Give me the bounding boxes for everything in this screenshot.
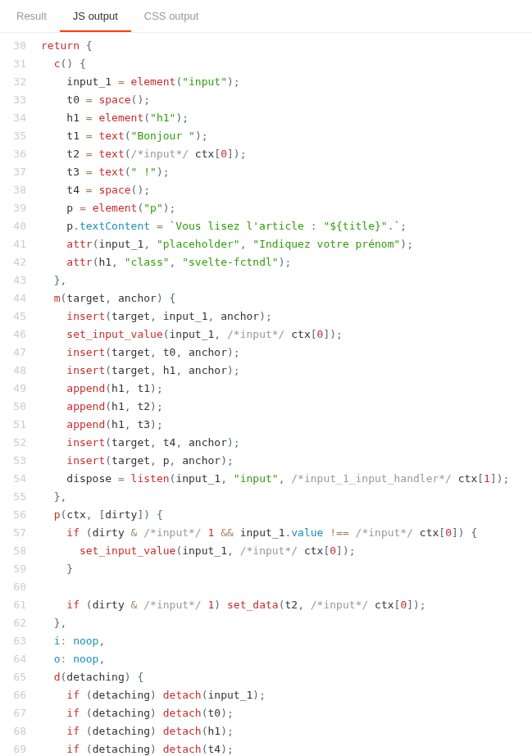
tab-css-output[interactable]: CSS output <box>131 0 212 32</box>
code-line[interactable]: if (detaching) detach(h1); <box>41 722 532 740</box>
code-line[interactable]: insert(target, t4, anchor); <box>41 434 532 452</box>
code-line[interactable]: o: noop, <box>41 650 532 668</box>
line-number: 36 <box>0 145 26 163</box>
code-content[interactable]: return { c() { input_1 = element("input"… <box>41 37 532 756</box>
code-line[interactable]: t3 = text(" !"); <box>41 163 532 181</box>
code-line[interactable]: p = element("p"); <box>41 199 532 217</box>
line-number: 64 <box>0 650 26 668</box>
line-number: 40 <box>0 217 26 235</box>
line-number: 43 <box>0 271 26 289</box>
code-line[interactable]: i: noop, <box>41 632 532 650</box>
line-number: 52 <box>0 434 26 452</box>
line-number: 56 <box>0 506 26 524</box>
line-number: 55 <box>0 488 26 506</box>
code-line[interactable]: input_1 = element("input"); <box>41 73 532 91</box>
line-number: 31 <box>0 55 26 73</box>
tab-result[interactable]: Result <box>3 0 60 32</box>
code-line[interactable]: append(h1, t2); <box>41 398 532 416</box>
line-number: 48 <box>0 362 26 380</box>
code-line[interactable]: d(detaching) { <box>41 668 532 686</box>
line-number: 51 <box>0 416 26 434</box>
line-number: 49 <box>0 380 26 398</box>
code-line[interactable]: append(h1, t3); <box>41 416 532 434</box>
code-line[interactable]: insert(target, t0, anchor); <box>41 344 532 362</box>
line-number: 60 <box>0 578 26 596</box>
line-number: 67 <box>0 704 26 722</box>
line-number: 45 <box>0 307 26 326</box>
line-number: 37 <box>0 163 26 181</box>
code-line[interactable]: h1 = element("h1"); <box>41 109 532 127</box>
code-line[interactable]: attr(input_1, "placeholder", "Indiquez v… <box>41 235 532 253</box>
code-line[interactable]: append(h1, t1); <box>41 380 532 398</box>
code-line[interactable]: p(ctx, [dirty]) { <box>41 506 532 524</box>
line-number: 35 <box>0 127 26 145</box>
line-number: 54 <box>0 470 26 488</box>
line-number: 58 <box>0 542 26 560</box>
code-line[interactable]: insert(target, p, anchor); <box>41 452 532 470</box>
code-line[interactable]: m(target, anchor) { <box>41 289 532 307</box>
code-line[interactable]: t4 = space(); <box>41 181 532 199</box>
code-line[interactable]: return { <box>41 37 532 55</box>
line-number: 59 <box>0 560 26 578</box>
line-number: 30 <box>0 37 26 55</box>
code-editor[interactable]: 3031323334353637383940414243444546474849… <box>0 33 532 756</box>
code-line[interactable]: set_input_value(input_1, /*input*/ ctx[0… <box>41 326 532 344</box>
code-line[interactable]: if (detaching) detach(t0); <box>41 704 532 722</box>
code-line[interactable]: } <box>41 560 532 578</box>
line-number: 42 <box>0 253 26 271</box>
line-number: 61 <box>0 596 26 614</box>
line-number: 39 <box>0 199 26 217</box>
line-number: 69 <box>0 740 26 756</box>
code-line[interactable]: if (dirty & /*input*/ 1) set_data(t2, /*… <box>41 596 532 614</box>
code-line[interactable]: t2 = text(/*input*/ ctx[0]); <box>41 145 532 163</box>
line-number: 47 <box>0 344 26 362</box>
code-line[interactable]: }, <box>41 271 532 289</box>
line-gutter: 3031323334353637383940414243444546474849… <box>0 37 41 756</box>
line-number: 38 <box>0 181 26 199</box>
code-line[interactable]: if (dirty & /*input*/ 1 && input_1.value… <box>41 524 532 542</box>
output-tabs: Result JS output CSS output <box>0 0 532 33</box>
code-line[interactable]: c() { <box>41 55 532 73</box>
line-number: 50 <box>0 398 26 416</box>
tab-js-output[interactable]: JS output <box>60 0 131 32</box>
code-line[interactable] <box>41 578 532 596</box>
code-line[interactable]: set_input_value(input_1, /*input*/ ctx[0… <box>41 542 532 560</box>
code-line[interactable]: insert(target, input_1, anchor); <box>41 307 532 326</box>
line-number: 68 <box>0 722 26 740</box>
line-number: 46 <box>0 326 26 344</box>
code-line[interactable]: }, <box>41 614 532 632</box>
line-number: 41 <box>0 235 26 253</box>
code-line[interactable]: t1 = text("Bonjour "); <box>41 127 532 145</box>
line-number: 33 <box>0 91 26 109</box>
code-line[interactable]: if (detaching) detach(t4); <box>41 740 532 756</box>
line-number: 57 <box>0 524 26 542</box>
line-number: 32 <box>0 73 26 91</box>
code-line[interactable]: t0 = space(); <box>41 91 532 109</box>
line-number: 62 <box>0 614 26 632</box>
code-line[interactable]: dispose = listen(input_1, "input", /*inp… <box>41 470 532 488</box>
line-number: 63 <box>0 632 26 650</box>
line-number: 65 <box>0 668 26 686</box>
line-number: 44 <box>0 289 26 307</box>
code-line[interactable]: insert(target, h1, anchor); <box>41 362 532 380</box>
line-number: 53 <box>0 452 26 470</box>
code-line[interactable]: }, <box>41 488 532 506</box>
code-line[interactable]: p.textContent = `Vous lisez l'article : … <box>41 217 532 235</box>
line-number: 34 <box>0 109 26 127</box>
line-number: 66 <box>0 686 26 704</box>
code-line[interactable]: attr(h1, "class", "svelte-fctndl"); <box>41 253 532 271</box>
code-line[interactable]: if (detaching) detach(input_1); <box>41 686 532 704</box>
